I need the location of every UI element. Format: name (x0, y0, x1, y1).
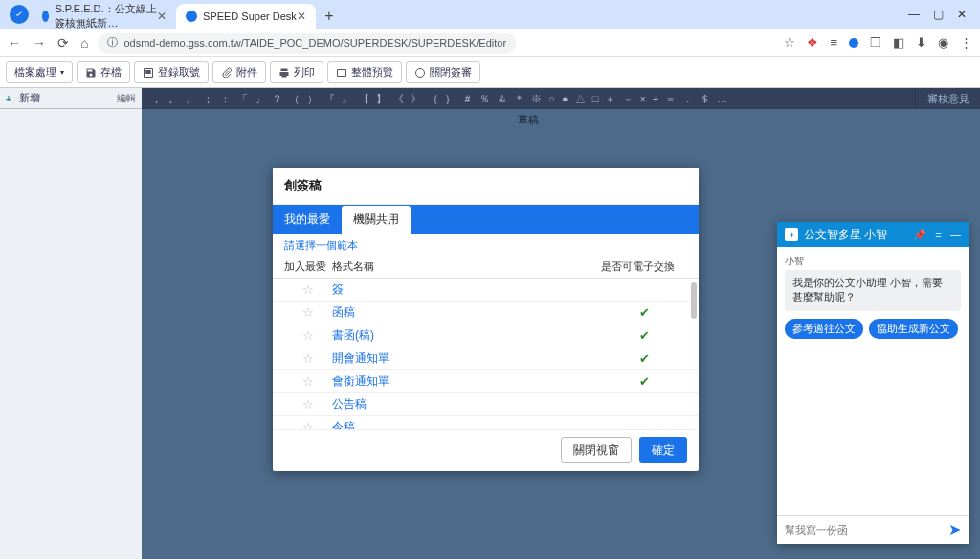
download-icon[interactable]: ⬇ (916, 35, 926, 50)
edit-link[interactable]: 編輯 (117, 92, 142, 105)
chat-settings-icon[interactable]: ≡ (935, 229, 941, 240)
left-panel: + 新增 編輯 (0, 88, 142, 559)
window-maximize[interactable]: ▢ (933, 8, 944, 21)
favorite-star-icon[interactable]: ☆ (302, 351, 314, 366)
nav-reload-icon[interactable]: ⟳ (57, 35, 69, 51)
template-row[interactable]: ☆會銜通知單✔ (273, 370, 699, 393)
chat-title: 公文智多星 小智 (804, 227, 902, 243)
svg-point-0 (416, 68, 425, 77)
template-name: 會銜通知單 (332, 373, 601, 390)
side-panel-icon[interactable]: ◧ (893, 35, 904, 50)
add-item-button[interactable]: + (0, 93, 17, 104)
browser-tab-2[interactable]: SPEED Super Desk ✕ (176, 4, 316, 29)
chat-bubble: 我是你的公文小助理 小智，需要甚麼幫助呢？ (785, 270, 961, 311)
extension-icon[interactable] (849, 38, 858, 48)
exchange-flag: ✔ (601, 328, 687, 343)
template-row[interactable]: ☆書函(稿)✔ (273, 324, 699, 347)
template-row[interactable]: ☆公告稿 (273, 393, 699, 416)
chat-pin-icon[interactable]: 📌 (913, 229, 926, 240)
window-close[interactable]: ✕ (957, 8, 967, 21)
favorite-star-icon[interactable]: ☆ (302, 397, 314, 412)
chat-panel: ✦ 公文智多星 小智 📌 ≡ — 小智 我是你的公文小助理 小智，需要甚麼幫助呢… (777, 222, 969, 544)
template-row[interactable]: ☆令稿 (273, 416, 699, 430)
col-format-name: 格式名稱 (332, 259, 601, 274)
chat-send-button[interactable]: ➤ (948, 521, 961, 539)
bookmark-star-icon[interactable]: ☆ (784, 35, 795, 50)
toolbar-attachment[interactable]: 附件 (212, 61, 266, 83)
site-info-icon[interactable]: ⓘ (107, 35, 118, 50)
nav-back-icon[interactable]: ← (8, 35, 21, 51)
review-panel-header: 審核意見 (915, 88, 980, 109)
extension-icon[interactable]: ❖ (807, 35, 818, 50)
modal-close-button[interactable]: 關閉視窗 (561, 437, 632, 463)
new-tab-button[interactable]: + (320, 7, 339, 26)
favicon-icon (186, 11, 197, 22)
app-window-icon (10, 5, 29, 24)
toolbar-close-review[interactable]: 關閉簽審 (406, 61, 480, 83)
toolbar-file-menu[interactable]: 檔案處理▾ (6, 61, 73, 83)
modal-tab-favorites[interactable]: 我的最愛 (273, 206, 342, 234)
extensions-puzzle-icon[interactable]: ❐ (870, 35, 881, 50)
profile-avatar-icon[interactable]: ◉ (938, 35, 948, 50)
chat-chip-past-docs[interactable]: 參考過往公文 (785, 319, 863, 339)
favorite-star-icon[interactable]: ☆ (302, 305, 314, 320)
modal-tab-shared[interactable]: 機關共用 (342, 206, 411, 234)
create-draft-modal: 創簽稿 我的最愛 機關共用 請選擇一個範本 加入最愛 格式名稱 是否可電子交換 … (273, 168, 699, 471)
modal-ok-button[interactable]: 確定 (639, 437, 687, 463)
toolbar-preview[interactable]: 整體預覽 (327, 61, 402, 83)
app-toolbar: 檔案處理▾ 存檔 登録取號 附件 列印 整體預覽 關閉簽審 (0, 57, 980, 88)
tab-title: SPEED Super Desk (203, 11, 297, 22)
close-icon[interactable]: ✕ (297, 10, 306, 23)
nav-home-icon[interactable]: ⌂ (80, 35, 88, 51)
modal-title: 創簽稿 (273, 168, 699, 205)
symbol-toolbar[interactable]: ， 。 、 ； ： 「 」 ？ （ ） 『 』 【 】 《 》 ｛ ｝ ＃ ％ … (142, 88, 915, 109)
exchange-flag: ✔ (601, 374, 687, 389)
template-name: 簽 (332, 281, 601, 298)
toolbar-save[interactable]: 存檔 (77, 61, 130, 83)
add-item-label: 新增 (17, 91, 117, 105)
nav-forward-icon[interactable]: → (33, 35, 46, 51)
chat-chip-generate[interactable]: 協助生成新公文 (869, 319, 958, 339)
template-name: 開會通知單 (332, 350, 601, 367)
modal-hint: 請選擇一個範本 (273, 234, 699, 256)
template-row[interactable]: ☆開會通知單✔ (273, 347, 699, 370)
address-bar[interactable]: ⓘ odsmd-demo.gss.com.tw/TAIDE_POC_DEMO/S… (98, 33, 516, 54)
browser-tabs: S.P.E.E.D.：公文線上簽核無紙新… ✕ SPEED Super Desk… (33, 4, 908, 29)
exchange-flag: ✔ (601, 351, 687, 366)
favorite-star-icon[interactable]: ☆ (302, 328, 314, 343)
close-icon[interactable]: ✕ (157, 10, 167, 23)
window-minimize[interactable]: — (908, 8, 920, 21)
chat-input[interactable] (785, 525, 948, 536)
chat-minimize-icon[interactable]: — (950, 229, 961, 240)
url-text: odsmd-demo.gss.com.tw/TAIDE_POC_DEMO/SUP… (123, 37, 506, 49)
kebab-menu-icon[interactable]: ⋮ (960, 35, 972, 50)
doc-title: 草稿 (142, 109, 915, 127)
col-favorite: 加入最愛 (284, 259, 332, 274)
favorite-star-icon[interactable]: ☆ (302, 282, 314, 297)
template-name: 公告稿 (332, 396, 601, 413)
template-name: 函稿 (332, 304, 601, 321)
favorite-star-icon[interactable]: ☆ (302, 374, 314, 389)
template-name: 令稿 (332, 419, 601, 430)
extension-icon[interactable]: ≡ (830, 35, 837, 50)
exchange-flag: ✔ (601, 305, 687, 320)
browser-tab-1[interactable]: S.P.E.E.D.：公文線上簽核無紙新… ✕ (33, 4, 176, 29)
col-exchange: 是否可電子交換 (601, 259, 687, 274)
chat-logo-icon: ✦ (785, 228, 798, 241)
template-row[interactable]: ☆函稿✔ (273, 302, 699, 324)
chat-sender: 小智 (785, 255, 961, 268)
favicon-icon (42, 11, 49, 22)
scrollbar-thumb[interactable] (691, 282, 697, 319)
toolbar-register[interactable]: 登録取號 (134, 61, 209, 83)
template-list[interactable]: ☆簽☆函稿✔☆書函(稿)✔☆開會通知單✔☆會銜通知單✔☆公告稿☆令稿☆簽文單 (273, 279, 699, 430)
template-name: 書函(稿) (332, 327, 601, 344)
favorite-star-icon[interactable]: ☆ (302, 420, 314, 430)
tab-title: S.P.E.E.D.：公文線上簽核無紙新… (55, 2, 157, 31)
template-row[interactable]: ☆簽 (273, 279, 699, 302)
toolbar-print[interactable]: 列印 (270, 61, 323, 83)
